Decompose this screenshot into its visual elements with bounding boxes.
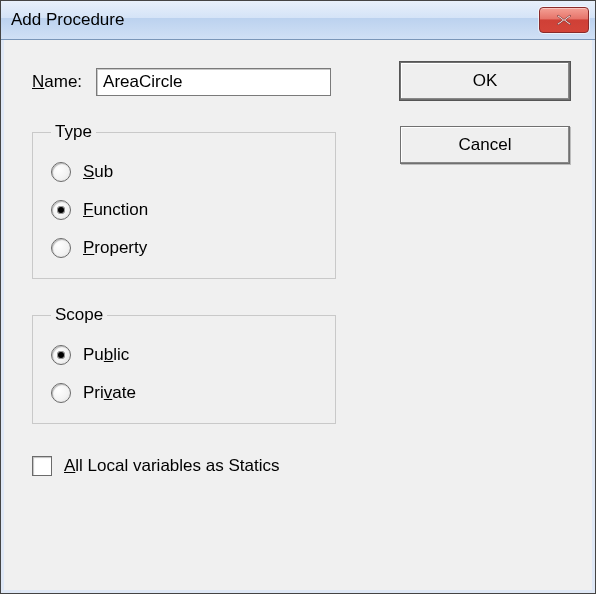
scope-group: Scope Public Private (32, 305, 336, 424)
window-title: Add Procedure (11, 10, 124, 30)
close-icon (556, 14, 572, 26)
type-radiogroup: Sub Function Property (51, 162, 317, 258)
radio-sub-label: Sub (83, 162, 113, 182)
radio-property-label: Property (83, 238, 147, 258)
type-legend: Type (51, 122, 96, 142)
type-group: Type Sub Function Pro (32, 122, 336, 279)
ok-button-label: OK (473, 71, 498, 91)
statics-checkbox (32, 456, 52, 476)
titlebar: Add Procedure (1, 1, 595, 40)
name-label: Name: (32, 72, 82, 92)
radio-public[interactable]: Public (51, 345, 317, 365)
statics-label: All Local variables as Statics (64, 456, 279, 476)
name-input[interactable] (96, 68, 331, 96)
radio-function-label: Function (83, 200, 148, 220)
radio-public-label: Public (83, 345, 129, 365)
scope-legend: Scope (51, 305, 107, 325)
radio-indicator (51, 162, 71, 182)
statics-checkbox-row[interactable]: All Local variables as Statics (32, 456, 570, 476)
radio-sub[interactable]: Sub (51, 162, 317, 182)
radio-indicator (51, 238, 71, 258)
cancel-button[interactable]: Cancel (400, 126, 570, 164)
radio-indicator (51, 383, 71, 403)
close-button[interactable] (539, 7, 589, 33)
radio-private[interactable]: Private (51, 383, 317, 403)
dialog-buttons: OK Cancel (400, 62, 570, 164)
name-label-accel: N (32, 72, 44, 91)
radio-property[interactable]: Property (51, 238, 317, 258)
name-label-rest: ame: (44, 72, 82, 91)
dialog-window: Add Procedure Name: OK Cancel Type (0, 0, 596, 594)
cancel-button-label: Cancel (459, 135, 512, 155)
radio-private-label: Private (83, 383, 136, 403)
dialog-body: Name: OK Cancel Type Sub (1, 40, 595, 593)
radio-indicator (51, 345, 71, 365)
scope-radiogroup: Public Private (51, 345, 317, 403)
radio-function[interactable]: Function (51, 200, 317, 220)
radio-indicator (51, 200, 71, 220)
ok-button[interactable]: OK (400, 62, 570, 100)
